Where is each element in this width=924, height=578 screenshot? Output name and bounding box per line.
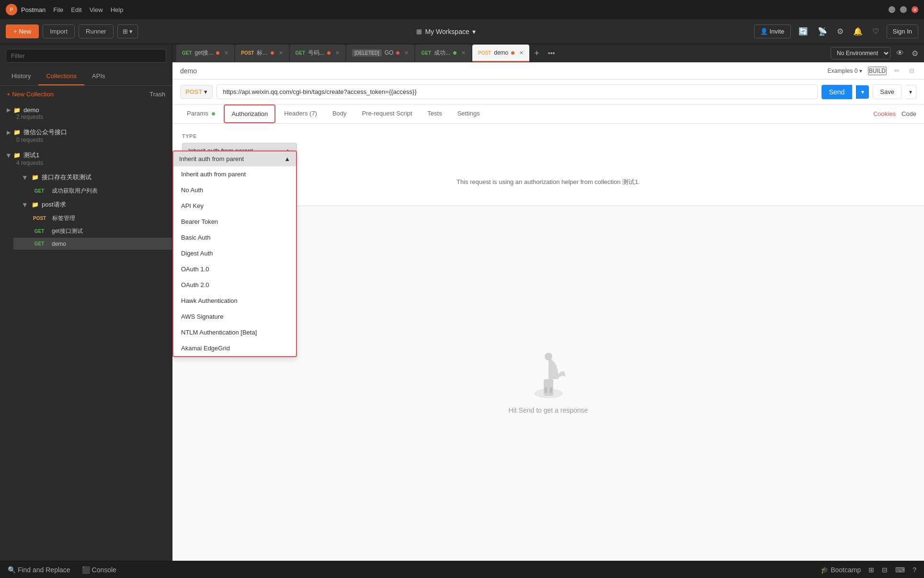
console-button[interactable]: ⬛ Console bbox=[82, 566, 116, 574]
request-title: demo bbox=[180, 67, 197, 75]
collection-item-demo[interactable]: ▶ 📁 demo 2 requests bbox=[0, 103, 172, 124]
tab-authorization[interactable]: Authorization bbox=[224, 104, 275, 123]
menu-file[interactable]: File bbox=[53, 6, 63, 13]
tab-params[interactable]: Params bbox=[180, 105, 222, 123]
sign-in-button[interactable]: Sign In bbox=[887, 24, 918, 38]
find-replace-button[interactable]: 🔍 Find and Replace bbox=[8, 566, 70, 574]
new-button[interactable]: + New bbox=[6, 24, 39, 38]
sync-icon[interactable]: 🔄 bbox=[797, 25, 810, 38]
edit-icon[interactable]: ✏ bbox=[892, 65, 901, 76]
close-tab-icon[interactable]: ✕ bbox=[404, 50, 409, 56]
code-link[interactable]: Code bbox=[901, 110, 916, 117]
folder-item-interface[interactable]: ▶ 📁 接口存在关联测试 bbox=[13, 170, 172, 185]
close-tab-icon[interactable]: ✕ bbox=[519, 50, 524, 56]
request-item-post-tag[interactable]: POST 标签管理 bbox=[13, 212, 172, 225]
new-collection-button[interactable]: + New Collection bbox=[7, 91, 54, 98]
workspace-selector[interactable]: ⊞ My Workspace ▾ bbox=[416, 28, 475, 35]
settings-icon[interactable]: ⚙ bbox=[835, 25, 845, 38]
close-tab-icon[interactable]: ✕ bbox=[461, 50, 466, 56]
menu-view[interactable]: View bbox=[90, 6, 103, 13]
examples-button[interactable]: Examples 0 ▾ bbox=[828, 68, 862, 74]
folder-item-post[interactable]: ▶ 📁 post请求 bbox=[13, 197, 172, 212]
dropdown-header[interactable]: Inherit auth from parent ▲ bbox=[173, 151, 296, 166]
tab-history[interactable]: History bbox=[4, 68, 38, 85]
request-item-get-interface[interactable]: GET get接口测试 bbox=[13, 225, 172, 238]
tab-tests[interactable]: Tests bbox=[421, 105, 448, 123]
bootcamp-button[interactable]: 🎓 Bootcamp bbox=[821, 566, 861, 574]
modified-dot bbox=[453, 51, 456, 55]
collection-name: demo bbox=[23, 106, 39, 114]
auth-option-ntlm[interactable]: NTLM Authentication [Beta] bbox=[173, 324, 296, 340]
method-selector[interactable]: POST ▾ bbox=[180, 85, 213, 99]
notification-icon[interactable]: 🔔 bbox=[851, 25, 865, 38]
keyboard-shortcut-button[interactable]: ⌨ bbox=[895, 566, 905, 574]
bottom-left-area: 🔍 Find and Replace ⬛ Console bbox=[8, 566, 116, 574]
auth-option-bearer[interactable]: Bearer Token bbox=[173, 214, 296, 230]
auth-option-basic[interactable]: Basic Auth bbox=[173, 230, 296, 245]
layout-icon[interactable]: ⊟ bbox=[907, 65, 916, 76]
tab-settings[interactable]: Settings bbox=[451, 105, 487, 123]
tab-apis[interactable]: APIs bbox=[84, 68, 113, 85]
tab-pre-request[interactable]: Pre-request Script bbox=[355, 105, 419, 123]
save-dropdown-button[interactable]: ▾ bbox=[905, 85, 916, 99]
close-tab-icon[interactable]: ✕ bbox=[335, 50, 340, 56]
req-tab-get[interactable]: GET get接... ✕ bbox=[176, 45, 234, 62]
layout-toggle-button[interactable]: ⊞ bbox=[868, 566, 874, 574]
sidebar-tabs: History Collections APIs bbox=[0, 68, 172, 86]
auth-option-noauth[interactable]: No Auth bbox=[173, 182, 296, 198]
close-tab-icon[interactable]: ✕ bbox=[224, 50, 228, 56]
add-tab-button[interactable]: + bbox=[530, 48, 543, 58]
menu-help[interactable]: Help bbox=[111, 6, 124, 13]
save-button[interactable]: Save bbox=[873, 84, 901, 99]
send-dropdown-button[interactable]: ▾ bbox=[856, 85, 869, 99]
minimize-button[interactable]: — bbox=[889, 6, 895, 13]
close-button[interactable]: ✕ bbox=[912, 6, 918, 13]
auth-option-apikey[interactable]: API Key bbox=[173, 198, 296, 214]
titlebar: P Postman File Edit View Help — □ ✕ bbox=[0, 0, 924, 19]
runner-button[interactable]: Runner bbox=[79, 24, 114, 38]
settings-icon-right[interactable]: ⚙ bbox=[910, 47, 920, 60]
auth-option-digest[interactable]: Digest Auth bbox=[173, 245, 296, 261]
request-item-get-users[interactable]: GET 成功获取用户列表 bbox=[13, 185, 172, 197]
tab-headers[interactable]: Headers (7) bbox=[277, 105, 324, 123]
trash-button[interactable]: Trash bbox=[149, 91, 165, 98]
collection-item-test1[interactable]: ▶ 📁 测试1 4 requests bbox=[0, 147, 172, 170]
environment-selector[interactable]: No Environment bbox=[831, 47, 890, 59]
maximize-button[interactable]: □ bbox=[900, 6, 907, 13]
request-item-demo[interactable]: GET demo bbox=[13, 238, 172, 250]
url-input[interactable] bbox=[217, 84, 817, 99]
auth-option-akamai[interactable]: Akamai EdgeGrid bbox=[173, 340, 296, 356]
invite-button[interactable]: 👤 Invite bbox=[754, 24, 791, 38]
tab-collections[interactable]: Collections bbox=[38, 68, 84, 85]
more-tabs-button[interactable]: ••• bbox=[544, 49, 559, 57]
auth-option-aws[interactable]: AWS Signature bbox=[173, 309, 296, 324]
collection-item-weixin[interactable]: ▶ 📁 微信公众号接口 0 requests bbox=[0, 124, 172, 147]
search-input[interactable] bbox=[6, 49, 166, 63]
close-tab-icon[interactable]: ✕ bbox=[279, 50, 283, 56]
import-button[interactable]: Import bbox=[43, 24, 75, 38]
cookies-link[interactable]: Cookies bbox=[873, 110, 896, 117]
env-area: No Environment 👁 ⚙ bbox=[831, 47, 920, 60]
build-button[interactable]: BUILD bbox=[868, 67, 887, 75]
req-tab-deleted[interactable]: [DELETED] GO ✕ bbox=[346, 45, 414, 62]
heart-icon[interactable]: ♡ bbox=[870, 25, 881, 38]
help-button[interactable]: ? bbox=[913, 566, 916, 574]
req-tab-post[interactable]: POST 标... ✕ bbox=[235, 45, 288, 62]
layout-button[interactable]: ⊞ ▾ bbox=[117, 24, 138, 38]
req-tab-demo-active[interactable]: POST demo ✕ bbox=[472, 45, 529, 62]
send-button[interactable]: Send bbox=[821, 85, 853, 99]
auth-option-oauth1[interactable]: OAuth 1.0 bbox=[173, 261, 296, 277]
satellite-icon[interactable]: 📡 bbox=[816, 25, 829, 38]
req-tab-success[interactable]: GET 成功... ✕ bbox=[415, 45, 471, 62]
method-badge-get: GET bbox=[31, 240, 48, 247]
env-settings-icon[interactable]: 👁 bbox=[894, 47, 906, 59]
tab-body[interactable]: Body bbox=[326, 105, 354, 123]
folder-arrow-icon: ▶ bbox=[22, 203, 28, 207]
menu-edit[interactable]: Edit bbox=[71, 6, 81, 13]
auth-option-inherit[interactable]: Inherit auth from parent bbox=[173, 166, 296, 182]
auth-option-oauth2[interactable]: OAuth 2.0 bbox=[173, 277, 296, 293]
panel-toggle-button[interactable]: ⊟ bbox=[882, 566, 888, 574]
auth-option-hawk[interactable]: Hawk Authentication bbox=[173, 293, 296, 309]
console-icon: ⬛ bbox=[82, 566, 90, 574]
req-tab-hm[interactable]: GET 号码... ✕ bbox=[290, 45, 346, 62]
